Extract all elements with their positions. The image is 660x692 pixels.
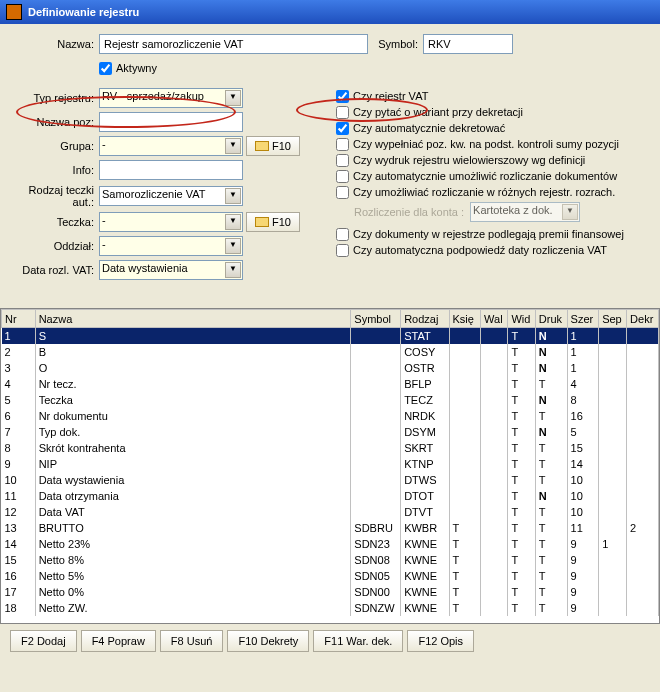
teczka-value: - (102, 214, 106, 226)
column-header[interactable]: Nr (2, 310, 36, 328)
grupa-f10-button[interactable]: F10 (246, 136, 300, 156)
nazwa-poz-input[interactable] (99, 112, 243, 132)
option-check[interactable]: Czy automatycznie dekretować (336, 122, 505, 135)
table-row[interactable]: 17Netto 0%SDN00KWNETTT9 (2, 584, 659, 600)
titlebar: Definiowanie rejestru (0, 0, 660, 24)
table-row[interactable]: 13BRUTTOSDBRUKWBRTTT112 (2, 520, 659, 536)
window-title: Definiowanie rejestru (28, 6, 139, 18)
grid-table[interactable]: NrNazwaSymbolRodzajKsięWalWidDrukSzerSep… (0, 308, 660, 624)
column-header[interactable]: Szer (567, 310, 599, 328)
grupa-value: - (102, 138, 106, 150)
label-oddzial: Oddział: (14, 240, 99, 252)
option-check[interactable]: Czy automatycznie umożliwić rozliczanie … (336, 170, 617, 183)
table-row[interactable]: 3OOSTRTN1 (2, 360, 659, 376)
table-row[interactable]: 10Data wystawieniaDTWSTT10 (2, 472, 659, 488)
teczka-combo[interactable]: - ▼ (99, 212, 243, 232)
table-row[interactable]: 2BCOSYTN1 (2, 344, 659, 360)
chevron-down-icon[interactable]: ▼ (225, 262, 241, 278)
option-check[interactable]: Czy wypełniać poz. kw. na podst. kontrol… (336, 138, 619, 151)
table-row[interactable]: 16Netto 5%SDN05KWNETTT9 (2, 568, 659, 584)
option-label: Czy dokumenty w rejestrze podlegają prem… (353, 228, 624, 240)
column-header[interactable]: Rodzaj (401, 310, 449, 328)
folder-icon (255, 217, 269, 227)
label-nazwa-poz: Nazwa poz: (14, 116, 99, 128)
column-header[interactable]: Wal (481, 310, 508, 328)
table-row[interactable]: 12Data VATDTVTTT10 (2, 504, 659, 520)
label-data-rozl-vat: Data rozl. VAT: (14, 264, 99, 276)
column-header[interactable]: Symbol (351, 310, 401, 328)
aktywny-checkbox[interactable]: Aktywny (99, 62, 157, 75)
rozliczenie-konto-combo: Kartoteka z dok.▼ (470, 202, 580, 222)
table-row[interactable]: 8Skrót kontrahentaSKRTTT15 (2, 440, 659, 456)
f2-dodaj-button[interactable]: F2 Dodaj (10, 630, 77, 652)
option-label: Czy automatycznie umożliwić rozliczanie … (353, 170, 617, 182)
column-header[interactable]: Sep (599, 310, 627, 328)
symbol-input[interactable] (423, 34, 513, 54)
label-typ-rejestru: Typ rejestru: (14, 92, 99, 104)
column-header[interactable]: Nazwa (35, 310, 351, 328)
label-nazwa: Nazwa: (14, 38, 99, 50)
label-grupa: Grupa: (14, 140, 99, 152)
oddzial-value: - (102, 238, 106, 250)
right-options-panel: Czy rejestr VAT Czy pytać o wariant przy… (334, 88, 646, 258)
option-check[interactable]: Czy rejestr VAT (336, 90, 428, 103)
aktywny-label: Aktywny (116, 62, 157, 74)
table-row[interactable]: 11Data otrzymaniaDTOTTN10 (2, 488, 659, 504)
chevron-down-icon[interactable]: ▼ (225, 238, 241, 254)
aktywny-check-input[interactable] (99, 62, 112, 75)
option-check[interactable]: Czy umożliwiać rozliczanie w różnych rej… (336, 186, 615, 199)
f10-label: F10 (272, 216, 291, 228)
teczka-f10-button[interactable]: F10 (246, 212, 300, 232)
table-row[interactable]: 1SSTATTN1 (2, 328, 659, 344)
column-header[interactable]: Dekr (627, 310, 659, 328)
folder-icon (255, 141, 269, 151)
option-check[interactable]: Czy dokumenty w rejestrze podlegają prem… (336, 228, 624, 241)
option-label: Czy umożliwiać rozliczanie w różnych rej… (353, 186, 615, 198)
grupa-combo[interactable]: - ▼ (99, 136, 243, 156)
f10-label: F10 (272, 140, 291, 152)
chevron-down-icon[interactable]: ▼ (225, 214, 241, 230)
button-bar: F2 Dodaj F4 Popraw F8 Usuń F10 Dekrety F… (0, 624, 660, 658)
typ-rejestru-combo[interactable]: RV - sprzedaż/zakup ▼ (99, 88, 243, 108)
table-row[interactable]: 18Netto ZW.SDNZWKWNETTT9 (2, 600, 659, 616)
f8-usun-button[interactable]: F8 Usuń (160, 630, 224, 652)
chevron-down-icon[interactable]: ▼ (225, 90, 241, 106)
data-rozl-vat-value: Data wystawienia (102, 262, 188, 274)
table-row[interactable]: 9NIPKTNPTT14 (2, 456, 659, 472)
column-header[interactable]: Druk (535, 310, 567, 328)
chevron-down-icon: ▼ (562, 204, 578, 220)
rodzaj-teczki-value: Samorozliczenie VAT (102, 188, 206, 200)
label-teczka: Teczka: (14, 216, 99, 228)
table-row[interactable]: 7Typ dok.DSYMTN5 (2, 424, 659, 440)
column-header[interactable]: Wid (508, 310, 535, 328)
table-row[interactable]: 15Netto 8%SDN08KWNETTT9 (2, 552, 659, 568)
f4-popraw-button[interactable]: F4 Popraw (81, 630, 156, 652)
table-row[interactable]: 5TeczkaTECZTN8 (2, 392, 659, 408)
chevron-down-icon[interactable]: ▼ (225, 138, 241, 154)
info-input[interactable] (99, 160, 243, 180)
f10-dekrety-button[interactable]: F10 Dekrety (227, 630, 309, 652)
option-check[interactable]: Czy automatyczna podpowiedź daty rozlicz… (336, 244, 607, 257)
option-check[interactable]: Czy pytać o wariant przy dekretacji (336, 106, 523, 119)
label-info: Info: (14, 164, 99, 176)
option-check[interactable]: Czy wydruk rejestru wielowierszowy wg de… (336, 154, 585, 167)
nazwa-input[interactable] (99, 34, 368, 54)
label-symbol: Symbol: (368, 38, 423, 50)
rodzaj-teczki-combo[interactable]: Samorozliczenie VAT ▼ (99, 186, 243, 206)
table-row[interactable]: 14Netto 23%SDN23KWNETTT91 (2, 536, 659, 552)
chevron-down-icon[interactable]: ▼ (225, 188, 241, 204)
option-label: Czy rejestr VAT (353, 90, 428, 102)
option-label: Czy automatyczna podpowiedź daty rozlicz… (353, 244, 607, 256)
oddzial-combo[interactable]: - ▼ (99, 236, 243, 256)
f11-war-dek-button[interactable]: F11 War. dek. (313, 630, 403, 652)
f12-opis-button[interactable]: F12 Opis (407, 630, 474, 652)
column-header[interactable]: Księ (449, 310, 481, 328)
option-label: Czy pytać o wariant przy dekretacji (353, 106, 523, 118)
app-icon (6, 4, 22, 20)
table-row[interactable]: 4Nr tecz.BFLPTT4 (2, 376, 659, 392)
data-rozl-vat-combo[interactable]: Data wystawienia ▼ (99, 260, 243, 280)
table-row[interactable]: 6Nr dokumentuNRDKTT16 (2, 408, 659, 424)
label-rodzaj-teczki: Rodzaj teczki aut.: (14, 184, 99, 208)
option-label: Czy automatycznie dekretować (353, 122, 505, 134)
option-label: Czy wypełniać poz. kw. na podst. kontrol… (353, 138, 619, 150)
